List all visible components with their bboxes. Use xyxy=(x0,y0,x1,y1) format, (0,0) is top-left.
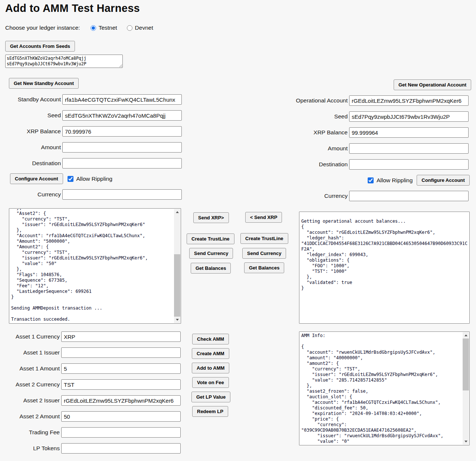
operational-destination-label: Destination xyxy=(286,161,348,168)
scrollbar-up-icon xyxy=(464,334,467,336)
asset1-issuer-input[interactable] xyxy=(61,347,181,358)
standby-account-input[interactable] xyxy=(62,94,182,105)
devnet-radio-option[interactable]: Devnet xyxy=(127,24,153,31)
trading-fee-row: Trading Fee xyxy=(5,427,181,438)
amm-info-text: AMM Info: { "account": "rwuenCkUL1MdrBsd… xyxy=(300,332,463,445)
standby-configure-account-button[interactable]: Configure Account xyxy=(10,173,63,184)
standby-amount-input[interactable] xyxy=(62,142,182,153)
amm-info-scrollbar[interactable] xyxy=(463,332,469,445)
operational-configure-row: Allow Rippling Configure Account xyxy=(368,175,470,186)
scrollbar-down-icon xyxy=(176,319,179,321)
operational-destination-row: Destination xyxy=(286,159,469,170)
send-xrp-to-operational-button[interactable]: Send XRP> xyxy=(193,212,229,223)
asset1-amount-row: Asset 1 Amount xyxy=(5,363,181,374)
asset1-currency-label: Asset 1 Currency xyxy=(5,333,60,340)
standby-xrp-balance-row: XRP Balance xyxy=(5,126,182,137)
add-to-amm-button[interactable]: Add to AMM xyxy=(192,363,229,373)
standby-results-box[interactable]: }, "Asset2": { "currency": "TST", "issue… xyxy=(9,208,181,324)
get-lp-value-button[interactable]: Get LP Value xyxy=(191,392,230,402)
devnet-label: Devnet xyxy=(135,24,153,31)
standby-get-balances-button[interactable]: Get Balances xyxy=(191,263,231,274)
trading-fee-input[interactable] xyxy=(61,427,181,438)
testnet-label: Testnet xyxy=(99,24,117,31)
operational-allow-rippling-label: Allow Rippling xyxy=(377,177,413,184)
create-amm-button[interactable]: Create AMM xyxy=(192,348,229,359)
testnet-radio[interactable] xyxy=(91,25,96,31)
operational-get-balances-button[interactable]: Get Balances xyxy=(244,262,284,273)
standby-allow-rippling-label: Allow Rippling xyxy=(76,176,112,182)
standby-currency-input[interactable] xyxy=(62,189,182,200)
asset2-currency-row: Asset 2 Currency xyxy=(5,379,181,390)
operational-currency-row: Currency xyxy=(286,191,469,201)
lp-tokens-input[interactable] xyxy=(61,443,181,454)
standby-xrp-balance-input[interactable] xyxy=(62,126,182,137)
standby-create-trustline-button[interactable]: Create TrustLine xyxy=(187,233,234,244)
lp-tokens-label: LP Tokens xyxy=(5,445,60,452)
standby-currency-row: Currency xyxy=(5,189,182,200)
operational-send-currency-button[interactable]: Send Currency xyxy=(242,248,286,259)
amm-info-box[interactable]: AMM Info: { "account": "rwuenCkUL1MdrBsd… xyxy=(299,331,470,445)
standby-results-scrollbar[interactable] xyxy=(174,209,180,323)
standby-seed-input[interactable] xyxy=(62,110,182,121)
asset2-amount-input[interactable] xyxy=(61,411,181,422)
operational-configure-account-button[interactable]: Configure Account xyxy=(417,175,470,186)
standby-account-row: Standby Account xyxy=(5,94,182,105)
operational-xrp-balance-label: XRP Balance xyxy=(286,129,348,136)
standby-configure-row: Configure Account Allow Rippling xyxy=(10,173,112,184)
scrollbar-down-button[interactable] xyxy=(174,317,180,323)
asset2-currency-input[interactable] xyxy=(61,379,181,390)
scrollbar-thumb[interactable] xyxy=(174,254,180,317)
get-new-standby-account-button[interactable]: Get New Standby Account xyxy=(9,78,79,89)
asset1-amount-input[interactable] xyxy=(61,363,181,374)
standby-currency-label: Currency xyxy=(5,191,61,198)
standby-destination-label: Destination xyxy=(5,160,61,167)
asset2-currency-label: Asset 2 Currency xyxy=(5,381,60,388)
standby-destination-input[interactable] xyxy=(62,158,182,169)
seeds-textarea[interactable]: sEdTG5nXThKWZoV2aqrh47oMCa8Pqjj sEd7Pqy9… xyxy=(5,55,123,68)
asset2-issuer-input[interactable] xyxy=(61,395,181,406)
operational-amount-input[interactable] xyxy=(349,143,469,154)
check-amm-button[interactable]: Check AMM xyxy=(192,334,229,344)
get-accounts-from-seeds-button[interactable]: Get Accounts From Seeds xyxy=(5,41,75,52)
operational-allow-rippling-checkbox[interactable] xyxy=(368,177,374,183)
standby-destination-row: Destination xyxy=(5,158,182,169)
asset1-currency-row: Asset 1 Currency xyxy=(5,331,181,342)
operational-xrp-balance-input[interactable] xyxy=(349,127,469,138)
standby-amount-row: Amount xyxy=(5,142,182,153)
operational-amount-label: Amount xyxy=(286,145,348,152)
vote-on-fee-button[interactable]: Vote on Fee xyxy=(192,377,229,388)
get-new-operational-account-button[interactable]: Get New Operational Account xyxy=(394,79,471,90)
operational-account-row: Operational Account xyxy=(286,95,469,106)
standby-send-currency-button[interactable]: Send Currency xyxy=(189,248,233,259)
operational-account-label: Operational Account xyxy=(286,97,348,104)
operational-results-box[interactable]: Getting operational account balances... … xyxy=(299,212,470,324)
operational-seed-label: Seed xyxy=(286,113,348,120)
standby-seed-row: Seed xyxy=(5,110,182,121)
ledger-instance-row: Choose your ledger instance: Testnet Dev… xyxy=(5,24,153,31)
operational-seed-input[interactable] xyxy=(349,111,469,122)
send-xrp-to-standby-button[interactable]: < Send XRP xyxy=(245,212,282,223)
scrollbar-up-button[interactable] xyxy=(174,209,180,215)
operational-seed-row: Seed xyxy=(286,111,469,122)
asset2-issuer-label: Asset 2 Issuer xyxy=(5,397,60,404)
operational-destination-input[interactable] xyxy=(349,159,469,170)
asset1-amount-label: Asset 1 Amount xyxy=(5,365,60,372)
operational-amount-row: Amount xyxy=(286,143,469,154)
asset2-amount-row: Asset 2 Amount xyxy=(5,411,181,422)
standby-xrp-balance-label: XRP Balance xyxy=(5,128,61,135)
redeem-lp-button[interactable]: Redeem LP xyxy=(192,406,228,417)
scrollbar-up-button[interactable] xyxy=(463,332,469,339)
devnet-radio[interactable] xyxy=(127,25,132,31)
scrollbar-thumb[interactable] xyxy=(463,339,469,390)
standby-allow-rippling-checkbox[interactable] xyxy=(68,176,73,182)
operational-create-trustline-button[interactable]: Create TrustLine xyxy=(240,233,288,244)
asset1-currency-input[interactable] xyxy=(61,331,181,342)
operational-account-input[interactable] xyxy=(349,95,469,106)
ledger-instance-label: Choose your ledger instance: xyxy=(5,24,80,31)
scrollbar-down-button[interactable] xyxy=(463,438,469,445)
amm-test-harness-page: Add to AMM Test Harness Choose your ledg… xyxy=(0,0,476,461)
testnet-radio-option[interactable]: Testnet xyxy=(91,24,117,31)
asset1-issuer-label: Asset 1 Issuer xyxy=(5,349,60,356)
standby-amount-label: Amount xyxy=(5,144,61,151)
operational-currency-input[interactable] xyxy=(349,191,469,201)
